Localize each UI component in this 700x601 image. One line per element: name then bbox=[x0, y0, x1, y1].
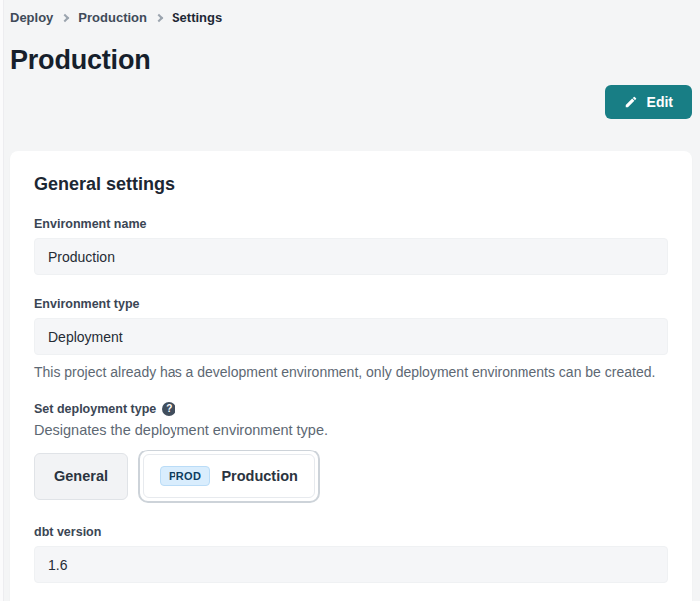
pencil-icon bbox=[624, 95, 638, 109]
chevron-right-icon bbox=[155, 13, 163, 21]
deployment-type-option-general[interactable]: General bbox=[34, 453, 128, 500]
edit-button[interactable]: Edit bbox=[605, 85, 692, 119]
dbt-version-input[interactable] bbox=[34, 546, 668, 583]
edit-button-label: Edit bbox=[647, 94, 673, 110]
deployment-type-label: Set deployment type bbox=[34, 402, 156, 416]
chevron-right-icon bbox=[61, 13, 69, 21]
breadcrumb-item-production[interactable]: Production bbox=[78, 10, 147, 25]
dbt-version-label: dbt version bbox=[34, 525, 668, 539]
prod-badge: PROD bbox=[160, 466, 210, 486]
breadcrumb: Deploy Production Settings bbox=[10, 10, 692, 25]
deployment-type-description: Designates the deployment environment ty… bbox=[34, 422, 668, 438]
settings-page: Deploy Production Settings Production Ed… bbox=[0, 0, 700, 601]
deployment-type-label-row: Set deployment type ? bbox=[34, 402, 668, 416]
breadcrumb-item-deploy[interactable]: Deploy bbox=[10, 10, 53, 25]
breadcrumb-item-settings: Settings bbox=[172, 10, 222, 25]
content-left-edge bbox=[0, 0, 4, 601]
environment-type-label: Environment type bbox=[34, 297, 668, 311]
environment-name-input[interactable] bbox=[34, 238, 668, 275]
help-question-icon[interactable]: ? bbox=[162, 402, 175, 416]
header-actions: Edit bbox=[10, 85, 692, 119]
environment-type-input[interactable] bbox=[34, 318, 668, 355]
environment-name-label: Environment name bbox=[34, 217, 668, 231]
page-title: Production bbox=[10, 45, 692, 76]
environment-type-help-text: This project already has a development e… bbox=[34, 364, 668, 380]
deployment-type-option-production-ring: PROD Production bbox=[138, 450, 320, 503]
deployment-type-options: General PROD Production bbox=[34, 450, 668, 503]
card-title: General settings bbox=[34, 174, 668, 195]
deployment-type-option-production[interactable]: PROD Production bbox=[143, 454, 315, 498]
deployment-type-option-production-label: Production bbox=[221, 468, 298, 484]
general-settings-card: General settings Environment name Enviro… bbox=[10, 151, 692, 601]
